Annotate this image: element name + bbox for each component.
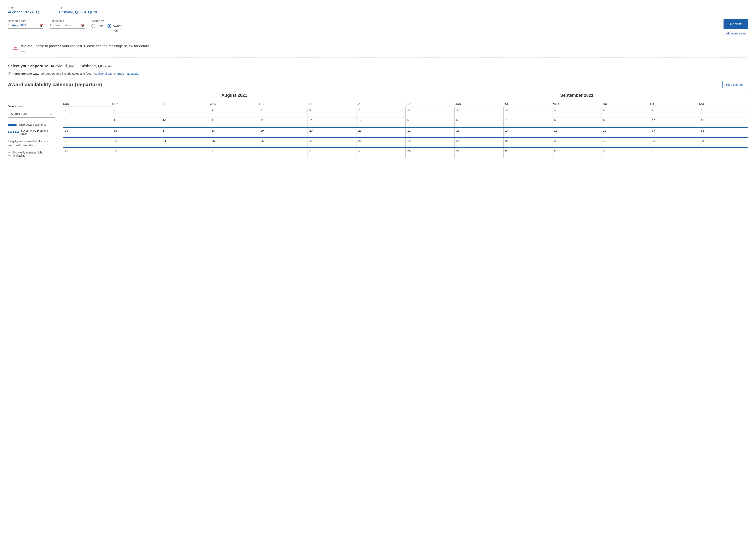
table-cell[interactable]: 27: [308, 137, 356, 148]
table-cell[interactable]: 13: [454, 127, 503, 137]
table-cell[interactable]: 15: [552, 127, 601, 137]
table-cell[interactable]: 15: [63, 127, 112, 137]
table-cell[interactable]: 21: [503, 137, 552, 148]
table-cell[interactable]: 2: [601, 107, 650, 117]
price-radio-circle[interactable]: [91, 24, 95, 28]
award-radio-circle[interactable]: [108, 24, 112, 28]
month-select-dropdown[interactable]: August 2021 ⌄: [8, 110, 55, 118]
table-cell[interactable]: 4: [699, 107, 748, 117]
sep-tue-header: TUE: [503, 101, 552, 107]
table-cell[interactable]: 8: [63, 117, 112, 127]
return-placeholder[interactable]: Add return date: [50, 24, 81, 27]
prev-month-arrow[interactable]: ‹: [63, 92, 68, 99]
table-cell[interactable]: 25: [210, 137, 259, 148]
table-cell[interactable]: 12: [406, 127, 454, 137]
table-cell[interactable]: 9: [601, 117, 650, 127]
table-cell[interactable]: 28: [503, 148, 552, 158]
table-cell[interactable]: 8: [552, 117, 601, 127]
table-cell[interactable]: 9: [112, 117, 161, 127]
table-cell[interactable]: 2: [699, 148, 748, 158]
table-cell[interactable]: 20: [454, 137, 503, 148]
table-cell[interactable]: 4: [210, 107, 259, 117]
award-radio-option[interactable]: Award travel: [108, 24, 121, 33]
table-cell[interactable]: 6: [454, 117, 503, 127]
sep-wed-header: WED: [552, 101, 601, 107]
table-cell[interactable]: 12: [259, 117, 307, 127]
table-cell[interactable]: 10: [161, 117, 210, 127]
table-cell[interactable]: 5: [259, 107, 307, 117]
from-value[interactable]: Auckland, NZ (AKL): [8, 10, 51, 15]
table-cell[interactable]: 16: [112, 127, 161, 137]
table-cell[interactable]: 3: [161, 107, 210, 117]
table-cell[interactable]: 19: [259, 127, 307, 137]
table-cell[interactable]: 3: [650, 107, 699, 117]
table-cell[interactable]: 31: [503, 107, 552, 117]
table-cell[interactable]: 4: [356, 148, 405, 158]
price-radio-option[interactable]: Price: [91, 24, 104, 28]
return-calendar-icon[interactable]: 📅: [81, 23, 85, 27]
table-cell[interactable]: 14: [503, 127, 552, 137]
table-cell[interactable]: 30: [454, 107, 503, 117]
table-cell[interactable]: 18: [699, 127, 748, 137]
update-button[interactable]: Update: [724, 19, 748, 29]
table-cell[interactable]: 29: [63, 148, 112, 158]
table-cell[interactable]: 13: [308, 117, 356, 127]
table-cell[interactable]: 29: [552, 148, 601, 158]
table-cell[interactable]: 11: [210, 117, 259, 127]
hide-calendar-button[interactable]: Hide calendar: [722, 81, 748, 88]
nonstop-option[interactable]: Show only nonstop flight availability: [8, 151, 55, 157]
table-cell[interactable]: 3: [308, 148, 356, 158]
table-cell[interactable]: 22: [63, 137, 112, 148]
table-cell[interactable]: 25: [699, 137, 748, 148]
table-row: 15161718192021: [63, 127, 405, 137]
table-cell[interactable]: 16: [601, 127, 650, 137]
to-value[interactable]: Brisbane, QLD, AU (BNE): [59, 10, 114, 15]
table-cell[interactable]: 30: [601, 148, 650, 158]
table-cell[interactable]: 6: [308, 107, 356, 117]
august-table: SUN MON TUE WED THU FRI SAT 123456789101…: [63, 101, 405, 158]
september-nav: September 2021 ›: [405, 93, 748, 98]
table-cell[interactable]: 24: [650, 137, 699, 148]
table-cell[interactable]: 2: [259, 148, 307, 158]
august-header-row: SUN MON TUE WED THU FRI SAT: [63, 101, 405, 107]
table-cell[interactable]: 26: [406, 148, 454, 158]
table-cell[interactable]: 23: [112, 137, 161, 148]
next-month-arrow[interactable]: ›: [744, 92, 748, 99]
advanced-search-link[interactable]: Advanced search: [725, 32, 748, 35]
table-cell[interactable]: 17: [161, 127, 210, 137]
table-cell[interactable]: 7: [356, 107, 405, 117]
legend-premium-label: Saver Award premium cabin: [21, 129, 55, 135]
table-cell[interactable]: 26: [259, 137, 307, 148]
table-cell[interactable]: 1: [210, 148, 259, 158]
table-cell[interactable]: 2: [112, 107, 161, 117]
table-cell[interactable]: 24: [161, 137, 210, 148]
table-cell[interactable]: 27: [454, 148, 503, 158]
departure-calendar-icon[interactable]: 📅: [39, 23, 43, 27]
table-cell[interactable]: 20: [308, 127, 356, 137]
departure-value[interactable]: 10 Aug, 2021: [8, 24, 39, 27]
nonstop-checkbox[interactable]: [8, 152, 11, 156]
table-cell[interactable]: 7: [503, 117, 552, 127]
table-cell[interactable]: 14: [356, 117, 405, 127]
table-cell[interactable]: 31: [161, 148, 210, 158]
table-cell[interactable]: 18: [210, 127, 259, 137]
september-calendar: September 2021 › SUN MON TUE WED THU FRI…: [405, 93, 748, 158]
legend-bar-economy: [8, 124, 17, 126]
travel-label: travel: [111, 29, 118, 33]
table-cell[interactable]: 29: [406, 107, 454, 117]
table-cell[interactable]: 30: [112, 148, 161, 158]
legend: Saver Award Economy Saver Award premium …: [8, 123, 55, 135]
table-cell[interactable]: 19: [406, 137, 454, 148]
bag-charges-link[interactable]: Additional bag charges may apply.: [94, 72, 139, 75]
table-cell[interactable]: 1: [63, 107, 112, 117]
table-cell[interactable]: 5: [406, 117, 454, 127]
table-cell[interactable]: 17: [650, 127, 699, 137]
table-cell[interactable]: 22: [552, 137, 601, 148]
table-cell[interactable]: 10: [650, 117, 699, 127]
table-cell[interactable]: 1: [552, 107, 601, 117]
table-cell[interactable]: 1: [650, 148, 699, 158]
table-cell[interactable]: 21: [356, 127, 405, 137]
table-cell[interactable]: 11: [699, 117, 748, 127]
table-cell[interactable]: 28: [356, 137, 405, 148]
table-cell[interactable]: 23: [601, 137, 650, 148]
